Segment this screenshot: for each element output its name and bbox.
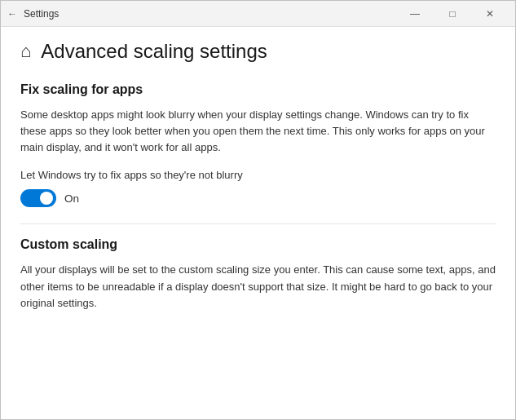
- fix-scaling-description: Some desktop apps might look blurry when…: [20, 107, 496, 156]
- section-divider: [20, 223, 496, 224]
- window: ← Settings — □ ✕ ⌂ Advanced scaling sett…: [0, 0, 516, 420]
- title-bar-controls: — □ ✕: [396, 1, 509, 27]
- back-button[interactable]: ←: [7, 8, 17, 20]
- title-bar-left: ← Settings: [7, 8, 396, 20]
- maximize-button[interactable]: □: [434, 1, 471, 27]
- page-title: Advanced scaling settings: [41, 40, 267, 63]
- title-bar: ← Settings — □ ✕: [1, 1, 515, 27]
- blurry-apps-toggle[interactable]: [20, 189, 56, 207]
- window-title: Settings: [24, 8, 59, 20]
- close-button[interactable]: ✕: [471, 1, 509, 27]
- toggle-label: Let Windows try to fix apps so they're n…: [20, 169, 496, 181]
- toggle-state-label: On: [64, 192, 79, 205]
- toggle-container: On: [20, 189, 496, 207]
- content-area: ⌂ Advanced scaling settings Fix scaling …: [1, 27, 515, 419]
- fix-scaling-section: Fix scaling for apps Some desktop apps m…: [20, 82, 496, 207]
- custom-scaling-section: Custom scaling All your displays will be…: [20, 237, 496, 311]
- toggle-thumb: [40, 192, 53, 205]
- page-header: ⌂ Advanced scaling settings: [20, 40, 496, 63]
- fix-scaling-title: Fix scaling for apps: [20, 82, 496, 97]
- custom-scaling-description: All your displays will be set to the cus…: [20, 262, 496, 311]
- toggle-track: [20, 189, 56, 207]
- home-icon[interactable]: ⌂: [20, 41, 31, 62]
- custom-scaling-title: Custom scaling: [20, 237, 496, 252]
- minimize-button[interactable]: —: [396, 1, 434, 27]
